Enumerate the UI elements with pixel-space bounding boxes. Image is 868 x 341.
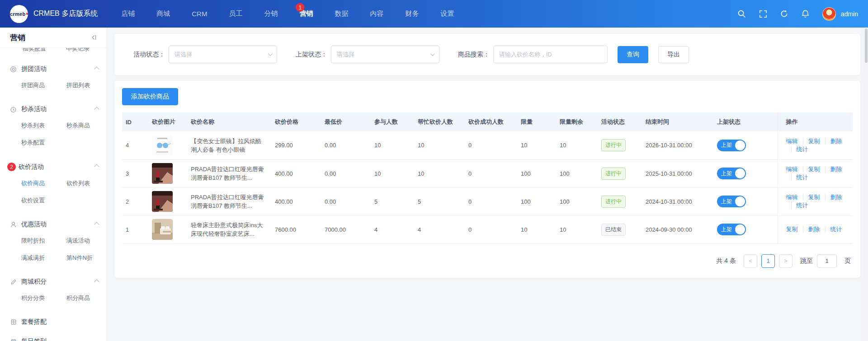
page-scrollbar[interactable]: [864, 28, 868, 341]
sidebar-section-flash-sale[interactable]: 秒杀活动: [10, 105, 99, 113]
col-min-price: 最低价: [321, 112, 371, 131]
shelf-status-label: 上架状态：: [296, 51, 327, 59]
nav-item-content[interactable]: 内容: [370, 9, 383, 18]
add-bargain-product-button[interactable]: 添加砍价商品: [122, 88, 178, 105]
sidebar-item-full-reduction[interactable]: 满减满折: [21, 249, 66, 266]
bargain-products-table: ID 砍价图片 砍价名称 砍价价格 最低价 参与人数 帮忙砍价人数 砍价成功人数…: [122, 112, 853, 244]
table-row: 1 轻奢床主卧意式极简床ins大床现代轻奢卧室皮艺床... 7600.00 70…: [122, 215, 853, 243]
sidebar-item-winning-records[interactable]: 中奖记录: [66, 48, 99, 54]
sidebar-item-groupbuy-products[interactable]: 拼团商品: [21, 77, 66, 94]
username: admin: [841, 10, 858, 18]
nav-item-mall[interactable]: 商城: [156, 9, 170, 18]
sidebar-item-points-products[interactable]: 积分商品: [66, 290, 99, 307]
cell-participants: 10: [371, 131, 414, 159]
delete-link[interactable]: 删除: [825, 194, 842, 201]
sidebar-item-bargain-config[interactable]: 砍价设置: [21, 192, 66, 209]
cell-end-time: 2025-10-31 00:00: [642, 159, 713, 187]
sidebar-item-seckill-products[interactable]: 秒杀商品: [66, 117, 99, 134]
nav-item-staff[interactable]: 员工: [229, 9, 242, 18]
clock-icon: [10, 106, 17, 113]
sidebar-item-lottery-config[interactable]: 抽奖配置: [23, 48, 66, 54]
col-name: 砍价名称: [187, 112, 271, 131]
search-icon[interactable]: [737, 9, 746, 19]
collapse-sidebar-icon[interactable]: [90, 34, 98, 41]
shelf-toggle[interactable]: 上架: [717, 196, 746, 207]
sidebar-item-points-category[interactable]: 积分分类: [21, 290, 66, 307]
sidebar-item-seckill-list[interactable]: 秒杀列表: [21, 117, 66, 134]
jump-to-label: 跳至: [800, 257, 813, 265]
pagination: 共 4 条 < 1 > 跳至 页: [122, 244, 853, 271]
product-search-input[interactable]: [493, 46, 608, 63]
status-badge: 进行中: [601, 196, 626, 208]
scrollbar-thumb[interactable]: [865, 28, 868, 63]
nav-item-settings[interactable]: 设置: [440, 9, 454, 18]
sidebar-item-seckill-config[interactable]: 秒杀配置: [21, 134, 66, 151]
cell-limit-remaining: 10: [556, 215, 598, 243]
copy-link[interactable]: 复制: [786, 226, 798, 233]
edit-link[interactable]: 编辑: [786, 194, 798, 201]
toggle-knob: [735, 168, 745, 178]
copy-link[interactable]: 复制: [803, 194, 820, 201]
stats-link[interactable]: 统计: [791, 202, 808, 209]
prev-page-button[interactable]: <: [744, 254, 757, 268]
edit-link[interactable]: 编辑: [786, 138, 798, 145]
copy-link[interactable]: 复制: [803, 138, 820, 145]
activity-status-select[interactable]: 请选择: [169, 46, 277, 63]
sidebar-item-time-discount[interactable]: 限时折扣: [21, 232, 66, 249]
product-image-lipstick[interactable]: [152, 163, 173, 184]
col-id: ID: [122, 112, 148, 131]
nav-item-distribution[interactable]: 分销: [264, 9, 278, 18]
col-image: 砍价图片: [148, 112, 187, 131]
nav-item-crm[interactable]: CRM: [192, 10, 207, 18]
main-content: 活动状态： 请选择 上架状态： 请选择 商品搜索： 查询 导出: [107, 28, 868, 341]
sidebar-item-bargain-products[interactable]: 砍价商品: [21, 175, 66, 192]
cell-min-price: 7000.00: [321, 215, 371, 243]
delete-link[interactable]: 删除: [803, 226, 820, 233]
sidebar-item-nth-discount[interactable]: 第N件N折: [66, 249, 99, 266]
export-button[interactable]: 导出: [658, 46, 689, 63]
sidebar-item-groupbuy-list[interactable]: 拼团列表: [66, 77, 99, 94]
sidebar-section-daily-checkin[interactable]: 每日签到: [10, 337, 99, 341]
cell-price: 299.00: [271, 131, 321, 159]
app-logo: crmeb: [10, 5, 28, 23]
fullscreen-icon[interactable]: [759, 9, 768, 19]
shelf-status-select[interactable]: 请选择: [331, 46, 439, 63]
delete-link[interactable]: 删除: [825, 138, 842, 145]
col-ops: 操作: [778, 112, 853, 131]
nav-item-data[interactable]: 数据: [335, 9, 348, 18]
query-button[interactable]: 查询: [618, 46, 648, 63]
calendar-icon: [10, 338, 17, 341]
nav-item-marketing[interactable]: 1 营销: [299, 9, 313, 18]
delete-link[interactable]: 删除: [825, 166, 842, 173]
sidebar-section-package[interactable]: 套餐搭配: [10, 318, 99, 326]
edit-link[interactable]: 编辑: [786, 166, 798, 173]
user-icon: [10, 221, 17, 228]
stats-link[interactable]: 统计: [791, 174, 808, 181]
copy-link[interactable]: 复制: [803, 166, 820, 173]
cell-helpers: 10: [414, 131, 465, 159]
sidebar-section-bargain[interactable]: 2 砍价活动: [10, 163, 99, 171]
jump-page-input[interactable]: [817, 254, 837, 268]
top-menu: 店铺 商城 CRM 员工 分销 1 营销 数据 内容 财务 设置: [121, 9, 454, 18]
sidebar-section-discount[interactable]: 优惠活动: [10, 220, 99, 229]
stats-link[interactable]: 统计: [825, 226, 842, 233]
next-page-button[interactable]: >: [779, 254, 793, 268]
shelf-toggle[interactable]: 上架: [717, 168, 746, 179]
product-image-lipstick[interactable]: [152, 191, 173, 212]
nav-item-store[interactable]: 店铺: [121, 9, 135, 18]
shelf-toggle[interactable]: 上架: [717, 140, 746, 151]
sidebar-section-group-buy[interactable]: 拼团活动: [10, 65, 99, 73]
sidebar-item-full-gift[interactable]: 满送活动: [66, 232, 99, 249]
user-avatar[interactable]: [822, 7, 836, 21]
col-price: 砍价价格: [271, 112, 321, 131]
product-image-sunglasses[interactable]: [152, 135, 173, 156]
stats-link[interactable]: 统计: [791, 146, 808, 153]
notification-icon[interactable]: [801, 9, 810, 19]
nav-item-finance[interactable]: 财务: [405, 9, 419, 18]
product-image-bed[interactable]: [152, 219, 173, 240]
refresh-icon[interactable]: [780, 9, 789, 19]
sidebar-section-points[interactable]: 商城积分: [10, 278, 99, 286]
page-button-1[interactable]: 1: [761, 254, 775, 268]
shelf-toggle[interactable]: 上架: [717, 224, 746, 235]
sidebar-item-bargain-list[interactable]: 砍价列表: [66, 175, 99, 192]
